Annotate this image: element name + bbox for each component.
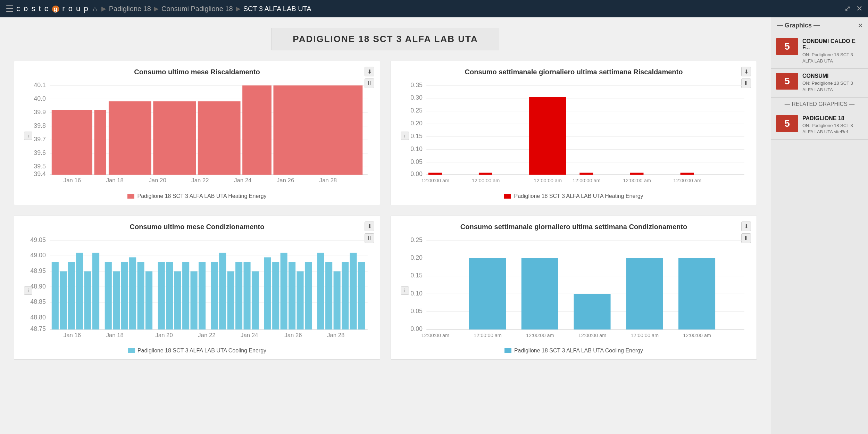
content-area: PADIGLIONE 18 SCT 3 ALFA LAB UTA Consumo… [0, 17, 771, 434]
svg-rect-94 [243, 262, 250, 329]
svg-text:48.85: 48.85 [30, 298, 46, 305]
page-title: PADIGLIONE 18 SCT 3 ALFA LAB UTA [272, 28, 499, 50]
svg-rect-77 [92, 253, 99, 329]
close-topbar-icon[interactable]: ✕ [856, 4, 862, 13]
svg-rect-46 [428, 173, 442, 175]
topbar: ☰ c o s t e g r o u p ⌂ ▶ Padiglione 18 … [0, 0, 868, 17]
svg-rect-95 [252, 271, 259, 329]
svg-rect-87 [182, 262, 189, 329]
left-ctrl-btn-4[interactable]: i [401, 286, 409, 295]
svg-rect-91 [219, 253, 226, 329]
breadcrumb-consumi[interactable]: Consumi Padiglione 18 [161, 5, 233, 13]
svg-text:48.75: 48.75 [30, 325, 46, 332]
svg-text:0.05: 0.05 [410, 158, 423, 165]
chart-card-3: Consumo ultimo mese Condizionamento ⬇ ⏸ … [14, 216, 380, 360]
svg-text:12:00:00 am: 12:00:00 am [472, 178, 500, 183]
svg-text:49.00: 49.00 [30, 252, 46, 259]
sidebar-item-sub-condumi: ON: Padiglione 18 SCT 3 ALFA LAB UTA [802, 52, 863, 64]
sidebar-header: — Graphics — × [771, 17, 868, 34]
left-ctrl-btn-2[interactable]: i [401, 132, 409, 140]
svg-text:Jan 24: Jan 24 [234, 177, 251, 184]
sidebar-title: — Graphics — [777, 22, 820, 29]
svg-rect-49 [579, 173, 593, 175]
svg-text:Jan 26: Jan 26 [277, 177, 294, 184]
breadcrumb-sep-2: ▶ [154, 5, 159, 12]
svg-rect-79 [113, 271, 120, 329]
svg-rect-103 [325, 262, 332, 329]
chart-title-2: Consumo settimanale giornaliero ultima s… [399, 68, 748, 76]
left-ctrl-btn-3[interactable]: i [24, 286, 32, 295]
html5-icon-1: 5 [784, 41, 790, 52]
chart-card-4: Consumo settimanale giornaliero ultima s… [391, 216, 757, 360]
svg-rect-47 [479, 173, 492, 175]
svg-rect-96 [264, 257, 271, 329]
svg-text:0.00: 0.00 [410, 170, 423, 177]
svg-text:12:00:00 am: 12:00:00 am [623, 178, 651, 183]
download-btn-1[interactable]: ⬇ [365, 67, 374, 76]
svg-rect-128 [521, 258, 558, 329]
chart-card-1: Consumo ultimo mese Riscaldamento ⬇ ⏸ i [14, 61, 380, 205]
svg-text:12:00:00 am: 12:00:00 am [573, 178, 601, 183]
chart-legend-1: Padiglione 18 SCT 3 ALFA LAB UTA Heating… [23, 193, 372, 199]
svg-text:12:00:00 am: 12:00:00 am [673, 178, 701, 183]
svg-rect-19 [153, 101, 196, 175]
svg-text:40.0: 40.0 [34, 95, 46, 102]
svg-rect-92 [227, 271, 234, 329]
svg-rect-17 [94, 110, 106, 175]
legend-label-3: Padiglione 18 SCT 3 ALFA LAB UTA Cooling… [137, 348, 266, 354]
svg-rect-130 [626, 258, 663, 329]
chart-wrapper-3: i 49.05 49.00 48.95 48.90 [23, 236, 372, 345]
svg-rect-86 [174, 271, 181, 329]
svg-rect-16 [52, 110, 92, 175]
svg-rect-107 [358, 262, 365, 329]
chart-legend-3: Padiglione 18 SCT 3 ALFA LAB UTA Cooling… [23, 348, 372, 354]
html5-icon-2: 5 [784, 76, 790, 87]
svg-text:12:00:00 am: 12:00:00 am [422, 178, 450, 183]
svg-text:48.80: 48.80 [30, 314, 46, 321]
svg-text:Jan 28: Jan 28 [327, 332, 344, 339]
svg-rect-81 [129, 257, 136, 329]
svg-rect-131 [678, 258, 715, 329]
sidebar-item-title-padiglione18: PADIGLIONE 18 [802, 115, 863, 122]
svg-rect-75 [76, 253, 83, 329]
svg-rect-21 [242, 85, 272, 175]
sidebar-item-sub-padiglione18: ON: Padiglione 18 SCT 3 ALFA LAB UTA sit… [802, 123, 863, 135]
charts-grid: Consumo ultimo mese Riscaldamento ⬇ ⏸ i [14, 61, 757, 360]
svg-text:0.30: 0.30 [410, 94, 423, 101]
sidebar-item-padiglione18[interactable]: 5 PADIGLIONE 18 ON: Padiglione 18 SCT 3 … [771, 111, 868, 140]
chart-title-4: Consumo settimanale giornaliero ultima s… [399, 223, 748, 231]
breadcrumb-padiglione18[interactable]: Padiglione 18 [109, 5, 151, 13]
svg-text:Jan 24: Jan 24 [241, 332, 258, 339]
legend-label-1: Padiglione 18 SCT 3 ALFA LAB UTA Heating… [137, 193, 266, 199]
download-btn-4[interactable]: ⬇ [741, 222, 751, 231]
legend-color-1 [127, 194, 134, 199]
menu-icon[interactable]: ☰ [6, 3, 14, 14]
legend-color-2 [504, 194, 511, 199]
chart-legend-4: Padiglione 18 SCT 3 ALFA LAB UTA Cooling… [399, 348, 748, 354]
chart-wrapper-2: i 0.35 0.30 0.25 0.20 [399, 82, 748, 190]
chart-title-1: Consumo ultimo mese Riscaldamento [23, 68, 372, 76]
left-ctrl-btn-1[interactable]: i [24, 132, 32, 140]
svg-rect-48 [529, 97, 566, 175]
download-btn-2[interactable]: ⬇ [741, 67, 751, 76]
sidebar-thumb-consumi: 5 [776, 73, 798, 90]
svg-rect-90 [211, 262, 218, 329]
sidebar-item-consumi[interactable]: 5 CONSUMI ON: Padiglione 18 SCT 3 ALFA L… [771, 69, 868, 97]
sidebar-close-btn[interactable]: × [858, 22, 862, 30]
sidebar-item-title-consumi: CONSUMI [802, 73, 863, 79]
page-title-box: PADIGLIONE 18 SCT 3 ALFA LAB UTA [14, 28, 757, 50]
sidebar-item-info-consumi: CONSUMI ON: Padiglione 18 SCT 3 ALFA LAB… [802, 73, 863, 93]
svg-rect-74 [68, 262, 75, 329]
svg-rect-99 [289, 262, 295, 329]
expand-icon[interactable]: ⤢ [844, 4, 851, 13]
svg-text:0.20: 0.20 [410, 120, 423, 127]
download-btn-3[interactable]: ⬇ [365, 222, 374, 231]
svg-text:12:00:00 am: 12:00:00 am [526, 333, 554, 338]
svg-text:0.25: 0.25 [410, 236, 423, 243]
home-icon[interactable]: ⌂ [93, 5, 97, 13]
svg-rect-89 [199, 262, 206, 329]
chart-title-3: Consumo ultimo mese Condizionamento [23, 223, 372, 231]
chart-svg-1: 40.1 40.0 39.9 39.8 39.7 39.6 39.5 39.4 [23, 82, 372, 190]
svg-rect-80 [121, 262, 128, 329]
sidebar-item-condumi[interactable]: 5 CONDUMI CALDO E F... ON: Padiglione 18… [771, 34, 868, 69]
